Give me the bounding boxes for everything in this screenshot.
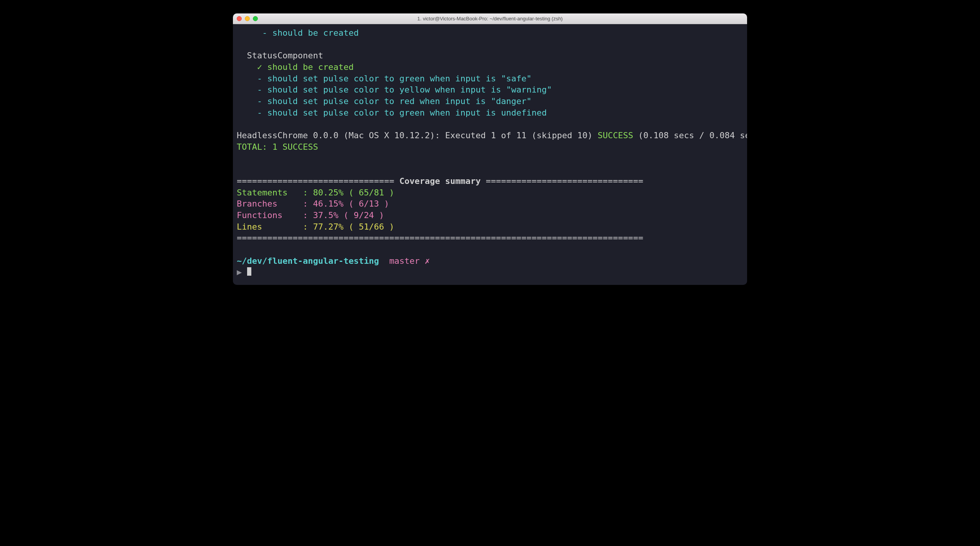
traffic-lights [233, 16, 258, 21]
runner-prefix: HeadlessChrome 0.0.0 (Mac OS X 10.12.2):… [237, 131, 597, 140]
cov-label: Branches [237, 199, 303, 208]
test-mark-icon: - [257, 108, 262, 117]
test-mark-icon: - [257, 74, 262, 83]
cov-rule-r: =============================== [481, 176, 643, 186]
test-item-text: should set pulse color to green when inp… [267, 74, 531, 83]
terminal-window: 1. victor@Victors-MacBook-Pro: ~/dev/flu… [233, 13, 747, 285]
cov-value: : 80.25% ( 65/81 ) [303, 188, 394, 197]
test-mark-icon: - [257, 85, 262, 94]
prompt-branch: master [389, 256, 419, 266]
cov-rule-b: ========================================… [237, 233, 643, 243]
cov-value: : 77.27% ( 51/66 ) [303, 222, 394, 232]
test-item-text: should be created [267, 62, 353, 72]
terminal-body[interactable]: - should be created StatusComponent ✓ sh… [233, 24, 747, 285]
cov-label: Statements [237, 188, 303, 197]
cov-label: Functions [237, 210, 303, 220]
test-pending-line: - should be created [237, 28, 359, 38]
test-item-text: should set pulse color to red when input… [267, 96, 531, 106]
cov-header: Coverage summary [399, 176, 481, 186]
test-item-text: should set pulse color to yellow when in… [267, 85, 552, 94]
cursor-icon [247, 267, 251, 276]
cov-value: : 37.5% ( 9/24 ) [303, 210, 384, 220]
runner-total: TOTAL: 1 SUCCESS [237, 142, 318, 152]
close-icon[interactable] [237, 16, 242, 21]
test-mark-icon: ✓ [257, 62, 262, 72]
suite-name: StatusComponent [247, 51, 323, 60]
prompt-arrow-icon: ▶ [237, 267, 242, 277]
test-mark-icon: - [257, 96, 262, 106]
zoom-icon[interactable] [253, 16, 258, 21]
window-title: 1. victor@Victors-MacBook-Pro: ~/dev/flu… [233, 16, 747, 22]
runner-success: SUCCESS [597, 131, 633, 140]
cov-value: : 46.15% ( 6/13 ) [303, 199, 389, 208]
cov-label: Lines [237, 222, 303, 232]
test-item-text: should set pulse color to green when inp… [267, 108, 546, 117]
git-dirty-icon: ✗ [425, 256, 430, 266]
runner-suffix: (0.108 secs / 0.084 secs) [633, 131, 747, 140]
cov-rule-l: =============================== [237, 176, 399, 186]
prompt-cwd: ~/dev/fluent-angular-testing [237, 256, 379, 266]
titlebar: 1. victor@Victors-MacBook-Pro: ~/dev/flu… [233, 13, 747, 24]
minimize-icon[interactable] [245, 16, 250, 21]
